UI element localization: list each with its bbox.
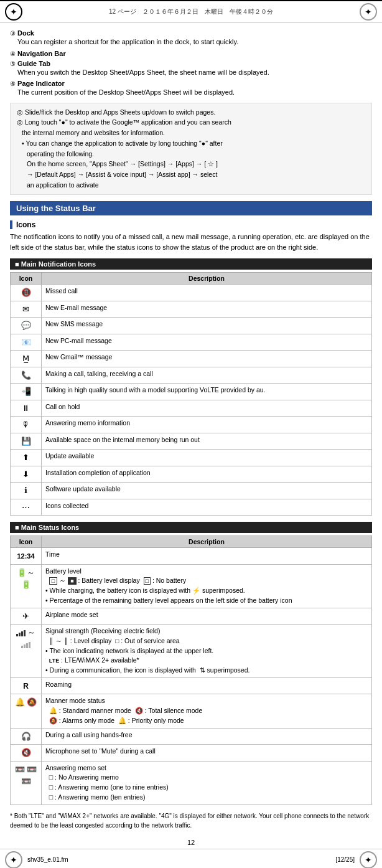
table-row: 📲 Talking in high quality sound with a m…	[11, 384, 372, 400]
status-table-header-icon: Icon	[11, 536, 42, 548]
software-update-icon: ℹ	[24, 486, 27, 495]
main-status-heading: ■ Main Status Icons	[10, 522, 372, 533]
item-dock-desc: You can register a shortcut for the appl…	[17, 38, 238, 45]
footer-left: shv35_e.01.fm	[22, 856, 335, 863]
table-row: 📞 Making a call, talking, receiving a ca…	[11, 367, 372, 384]
corner-circle-tr: ✦	[360, 3, 377, 21]
numbered-item-6: ⑥ Page Indicator The current position of…	[10, 80, 372, 98]
header-bar: ✦ 12 ページ ２０１６年６月２日 木曜日 午後４時２０分 ✦	[0, 0, 382, 23]
table-row: ～ Signal strength (Receiving electric fi…	[11, 625, 372, 678]
call-hold-icon: ⏸	[22, 403, 30, 413]
airplane-icon: ✈	[22, 611, 29, 621]
table-row: 🔋～🔋 Battery level □ ～ ■ : Battery level …	[11, 564, 372, 608]
footer-right: [12/25]	[335, 856, 355, 863]
icons-body-text: The notification icons to notify you of …	[10, 232, 372, 253]
table-row: 💬 New SMS message	[11, 318, 372, 334]
volte-icon: 📲	[21, 387, 31, 396]
numbered-item-5: ⑤ Guide Tab When you switch the Desktop …	[10, 60, 372, 78]
table-row: R Roaming	[11, 677, 372, 694]
table-row: 📼 📼 📼 Answering memo set □ : No Answerin…	[11, 761, 372, 804]
memory-icon: 💾	[21, 436, 31, 446]
table-row: 🔇 Microphone set to "Mute" during a call	[11, 745, 372, 762]
table-row: ✈ Airplane mode set	[11, 608, 372, 625]
pcmail-icon: 📧	[21, 337, 31, 347]
corner-circle-br: ✦	[360, 851, 377, 868]
table-row: ⬆ Update available	[11, 450, 372, 466]
item-pageindicator-title: Page Indicator	[17, 80, 65, 87]
page-number: 12	[0, 836, 382, 849]
battery-icon: 🔋～🔋	[17, 568, 35, 590]
section-heading-status-bar: Using the Status Bar	[10, 201, 372, 215]
notif-icons-table: Icon Description 📵 Missed call ✉ New E-m…	[10, 272, 372, 516]
mute-icon: 🔇	[21, 748, 31, 757]
table-row: ℹ Software update available	[11, 483, 372, 499]
table-row: 🎙 Answering memo information	[11, 417, 372, 433]
item-pageindicator-desc: The current position of the Desktop Shee…	[17, 88, 235, 96]
update-icon: ⬆	[22, 453, 29, 462]
item-guidetab-title: Guide Tab	[17, 60, 50, 67]
numbered-item-4: ④ Navigation Bar	[10, 50, 372, 57]
item-dock-title: Dock	[17, 29, 34, 37]
footer-bar: ✦ shv35_e.01.fm [12/25] ✦	[0, 849, 382, 868]
footnote-text: * Both "LTE" and "WiMAX 2+" networks are…	[10, 811, 372, 830]
table-row: ✉ New E-mail message	[11, 301, 372, 318]
item-guidetab-desc: When you switch the Desktop Sheet/Apps S…	[17, 68, 269, 76]
main-content: ③ Dock You can register a shortcut for t…	[0, 23, 382, 836]
handsfree-icon: 🎧	[21, 732, 31, 741]
sms-icon: 💬	[21, 321, 31, 330]
install-icon: ⬇	[22, 469, 29, 479]
call-icon: 📞	[21, 370, 31, 380]
answering-memo-set-icon: 📼 📼 📼	[15, 765, 37, 786]
signal-icon-2	[21, 642, 30, 648]
table-row: ⋯ Icons collected	[11, 499, 372, 516]
icons-collected-icon: ⋯	[22, 502, 30, 512]
table-row: 🎧 During a call using hands-free	[11, 728, 372, 745]
notif-table-header-desc: Description	[42, 273, 372, 285]
corner-circle-bl: ✦	[5, 851, 22, 868]
table-row: M̲ New Gmail™ message	[11, 351, 372, 367]
gmail-icon: M̲	[22, 354, 29, 363]
numbered-item-3: ③ Dock You can register a shortcut for t…	[10, 29, 372, 47]
manner-mode-icon: 🔔 🔕	[15, 697, 37, 707]
icons-subsection-heading: Icons	[10, 220, 372, 229]
answer-memo-icon: 🎙	[22, 420, 30, 429]
roaming-icon: R	[23, 682, 29, 691]
table-row: 📵 Missed call	[11, 285, 372, 301]
table-row: ⬇ Installation completion of application	[11, 466, 372, 483]
email-icon: ✉	[22, 304, 29, 314]
table-row: 12:34 Time	[11, 548, 372, 565]
notif-table-header-icon: Icon	[11, 273, 42, 285]
table-row: 💾 Available space on the internal memory…	[11, 433, 372, 450]
signal-icon	[16, 630, 26, 636]
main-notif-heading: ■ Main Notification Icons	[10, 258, 372, 270]
time-icon: 12:34	[17, 552, 34, 560]
table-row: 📧 New PC-mail message	[11, 334, 372, 351]
status-icons-table: Icon Description 12:34 Time 🔋～🔋 Battery …	[10, 535, 372, 805]
table-row: ⏸ Call on hold	[11, 400, 372, 417]
header-text: 12 ページ ２０１６年６月２日 木曜日 午後４時２０分	[22, 7, 360, 16]
status-table-header-desc: Description	[42, 536, 372, 548]
missed-call-icon: 📵	[21, 288, 31, 297]
corner-circle-tl: ✦	[5, 3, 22, 21]
item-navbar-title: Navigation Bar	[17, 50, 66, 57]
table-row: 🔔 🔕 Manner mode status 🔔 : Standard mann…	[11, 694, 372, 728]
info-box: ◎ Slide/flick the Desktop and Apps Sheet…	[10, 103, 372, 195]
